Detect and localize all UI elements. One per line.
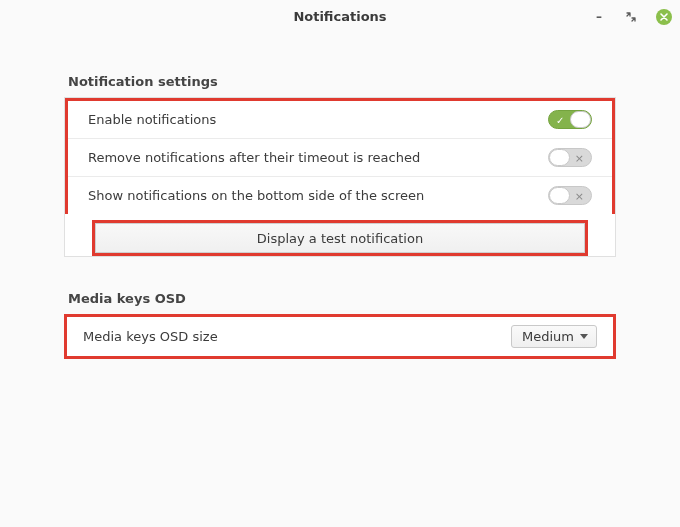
window-controls: – — [592, 0, 672, 34]
osd-size-select[interactable]: Medium — [511, 325, 597, 348]
row-enable-notifications: Enable notifications ✓ — [68, 101, 612, 138]
check-icon: ✓ — [556, 114, 564, 125]
label-bottom-side: Show notifications on the bottom side of… — [88, 188, 424, 203]
toggle-bottom-side[interactable]: × — [548, 186, 592, 205]
osd-section: Media keys OSD Media keys OSD size Mediu… — [64, 291, 616, 359]
close-icon[interactable] — [656, 9, 672, 25]
maximize-icon[interactable] — [624, 10, 638, 24]
minimize-icon[interactable]: – — [592, 10, 606, 24]
notification-settings-panel: Enable notifications ✓ Remove notificati… — [64, 97, 616, 257]
row-remove-after-timeout: Remove notifications after their timeout… — [68, 138, 612, 176]
chevron-down-icon — [580, 334, 588, 339]
notification-settings-group: Enable notifications ✓ Remove notificati… — [65, 98, 615, 214]
toggle-remove-after-timeout[interactable]: × — [548, 148, 592, 167]
osd-size-value: Medium — [522, 329, 574, 344]
section-title-notifications: Notification settings — [64, 74, 616, 89]
titlebar: Notifications – — [0, 0, 680, 34]
toggle-knob — [549, 187, 570, 204]
toggle-knob — [549, 149, 570, 166]
toggle-enable-notifications[interactable]: ✓ — [548, 110, 592, 129]
content-area: Notification settings Enable notificatio… — [0, 34, 680, 359]
test-button-highlight: Display a test notification — [92, 220, 588, 256]
label-enable-notifications: Enable notifications — [88, 112, 216, 127]
label-osd-size: Media keys OSD size — [83, 329, 218, 344]
section-title-osd: Media keys OSD — [64, 291, 616, 306]
osd-settings-group: Media keys OSD size Medium — [64, 314, 616, 359]
display-test-notification-button[interactable]: Display a test notification — [95, 223, 585, 253]
cross-icon: × — [575, 189, 584, 202]
row-bottom-side: Show notifications on the bottom side of… — [68, 176, 612, 214]
label-remove-after-timeout: Remove notifications after their timeout… — [88, 150, 420, 165]
toggle-knob — [570, 111, 591, 128]
test-button-container: Display a test notification — [65, 214, 615, 256]
row-osd-size: Media keys OSD size Medium — [67, 317, 613, 356]
window-title: Notifications — [293, 9, 386, 24]
cross-icon: × — [575, 151, 584, 164]
